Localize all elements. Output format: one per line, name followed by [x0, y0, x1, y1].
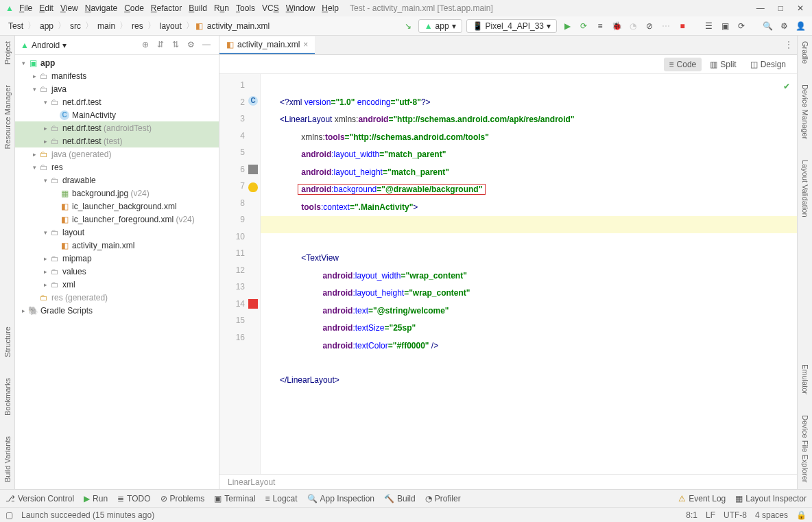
tabs-more-icon[interactable]: ⋮ [785, 40, 793, 49]
view-split[interactable]: ▥ Split [704, 58, 741, 71]
code-editor[interactable]: ✔<?xml version="1.0" encoding="utf-8"?> … [261, 74, 797, 474]
menu-vcs[interactable]: VCS [262, 3, 279, 13]
gradle-sync-icon[interactable]: ⟳ [735, 20, 748, 32]
tree-res-gen[interactable]: 🗀res (generated) [15, 291, 219, 304]
tree-mipmap[interactable]: ▸🗀mipmap [15, 252, 219, 265]
maximize-icon[interactable]: □ [778, 3, 783, 13]
tree-pkg-test[interactable]: ▸🗀net.drf.test (test) [15, 134, 219, 147]
bottom-event-log[interactable]: ⚠ Event Log [678, 494, 726, 503]
tool-build-variants[interactable]: Build Variants [3, 436, 12, 482]
status-caret-pos[interactable]: 8:1 [686, 510, 697, 520]
tree-res[interactable]: ▾🗀res [15, 161, 219, 174]
menu-run[interactable]: Run [214, 3, 229, 13]
project-view-selector[interactable]: ▲Android ▾ [21, 40, 67, 50]
run-icon[interactable]: ▶ [561, 20, 573, 32]
bulb-gutter-icon[interactable] [248, 182, 258, 192]
avd-icon[interactable]: ☰ [702, 20, 715, 32]
debug-icon[interactable]: 🐞 [610, 20, 623, 32]
bottom-logcat[interactable]: ≡ Logcat [265, 494, 298, 503]
tool-gradle[interactable]: Gradle [801, 41, 809, 64]
settings-icon[interactable]: ⚙ [778, 20, 790, 32]
bottom-profiler[interactable]: ◔ Profiler [425, 494, 461, 503]
panel-gear-icon[interactable]: ⚙ [187, 40, 198, 51]
stop-icon[interactable]: ■ [676, 20, 689, 32]
menu-file[interactable]: File [19, 3, 32, 13]
collapse-icon[interactable]: ⇅ [172, 40, 183, 51]
tool-layout-validation[interactable]: Layout Validation [801, 160, 809, 217]
tree-pkg-main[interactable]: ▾🗀net.drf.test [15, 95, 219, 108]
coverage-icon[interactable]: ≡ [594, 20, 606, 32]
view-design[interactable]: ◫ Design [745, 58, 791, 71]
hide-panel-icon[interactable]: — [202, 40, 213, 51]
tree-activity-xml[interactable]: ◧activity_main.xml [15, 239, 219, 252]
run-config-combo[interactable]: ▲app ▾ [418, 19, 462, 33]
crumb-layout[interactable]: layout [157, 20, 184, 32]
tree-ic-bg[interactable]: ◧ic_launcher_background.xml [15, 200, 219, 213]
tree-xml[interactable]: ▸🗀xml [15, 278, 219, 291]
more-run-icon[interactable]: ⋯ [660, 20, 672, 32]
class-gutter-icon[interactable]: C [248, 96, 258, 106]
tree-manifests[interactable]: ▸🗀manifests [15, 69, 219, 82]
tool-bookmarks[interactable]: Bookmarks [3, 378, 12, 416]
device-combo[interactable]: 📱Pixel_4_API_33 ▾ [466, 19, 557, 33]
close-tab-icon[interactable]: × [303, 40, 308, 49]
menu-build[interactable]: Build [189, 3, 207, 13]
gutter[interactable]: 1 2C 3 4 5 6 7 8 9 10 11 12 13 14 15 16 [219, 74, 261, 474]
tool-project[interactable]: Project [3, 41, 12, 64]
analysis-ok-icon[interactable]: ✔ [783, 78, 790, 95]
crumb-app[interactable]: app [37, 20, 56, 32]
crumb-file[interactable]: activity_main.xml [204, 20, 272, 32]
bottom-run[interactable]: ▶ Run [84, 494, 108, 503]
search-icon[interactable]: 🔍 [761, 20, 774, 32]
sync-icon[interactable]: ↘ [402, 20, 414, 32]
status-icon[interactable]: ▢ [5, 510, 13, 520]
editor-breadcrumb[interactable]: LinearLayout [219, 474, 797, 489]
user-icon[interactable]: 👤 [794, 20, 807, 32]
color-gutter-icon[interactable] [248, 299, 258, 309]
tool-emulator[interactable]: Emulator [801, 364, 809, 394]
tool-device-manager[interactable]: Device Manager [801, 84, 809, 139]
tool-device-file-explorer[interactable]: Device File Explorer [801, 415, 809, 482]
attach-debugger-icon[interactable]: ⊘ [643, 20, 656, 32]
bottom-todo[interactable]: ≣ TODO [117, 494, 150, 503]
tree-gradle[interactable]: ▸🐘Gradle Scripts [15, 304, 219, 317]
profile-icon[interactable]: ◔ [627, 20, 639, 32]
menu-window[interactable]: Window [286, 3, 315, 13]
tree-pkg-androidtest[interactable]: ▸🗀net.drf.test (androidTest) [15, 121, 219, 134]
view-code[interactable]: ≡ Code [664, 58, 702, 71]
bottom-build[interactable]: 🔨 Build [384, 494, 416, 503]
bottom-app-inspection[interactable]: 🔍 App Inspection [307, 494, 374, 503]
crumb-main[interactable]: main [95, 20, 118, 32]
select-opened-icon[interactable]: ⊕ [142, 40, 153, 51]
tree-java[interactable]: ▾🗀java [15, 82, 219, 95]
bottom-vcs[interactable]: ⎇ Version Control [5, 494, 74, 503]
project-tree[interactable]: ▾▣app ▸🗀manifests ▾🗀java ▾🗀net.drf.test … [15, 55, 219, 489]
tree-background-jpg[interactable]: ▦background.jpg (v24) [15, 187, 219, 200]
crumb-src[interactable]: src [67, 20, 84, 32]
status-indent[interactable]: 4 spaces [755, 510, 788, 520]
editor-tab-active[interactable]: ◧ activity_main.xml × [219, 36, 315, 54]
bottom-terminal[interactable]: ▣ Terminal [214, 494, 255, 503]
tree-values[interactable]: ▸🗀values [15, 265, 219, 278]
crumb-root[interactable]: Test [5, 20, 26, 32]
tool-resource-manager[interactable]: Resource Manager [3, 85, 12, 150]
tree-java-gen[interactable]: ▸🗀java (generated) [15, 147, 219, 161]
crumb-res[interactable]: res [129, 20, 146, 32]
menu-refactor[interactable]: Refactor [151, 3, 182, 13]
status-encoding[interactable]: UTF-8 [724, 510, 747, 520]
tool-structure[interactable]: Structure [3, 327, 12, 357]
close-icon[interactable]: ✕ [797, 3, 804, 13]
menu-help[interactable]: Help [322, 3, 339, 13]
tree-app[interactable]: ▾▣app [15, 56, 219, 69]
menu-code[interactable]: Code [124, 3, 144, 13]
status-lock-icon[interactable]: 🔒 [796, 510, 807, 520]
image-gutter-icon[interactable] [248, 165, 258, 174]
minimize-icon[interactable]: — [756, 3, 765, 13]
sdk-icon[interactable]: ▣ [719, 20, 731, 32]
bottom-layout-inspector[interactable]: ▦ Layout Inspector [735, 494, 807, 503]
status-line-sep[interactable]: LF [706, 510, 715, 520]
menu-navigate[interactable]: Navigate [85, 3, 117, 13]
tree-layout[interactable]: ▾🗀layout [15, 226, 219, 239]
menu-view[interactable]: View [60, 3, 78, 13]
tree-ic-fg[interactable]: ◧ic_launcher_foreground.xml (v24) [15, 213, 219, 226]
